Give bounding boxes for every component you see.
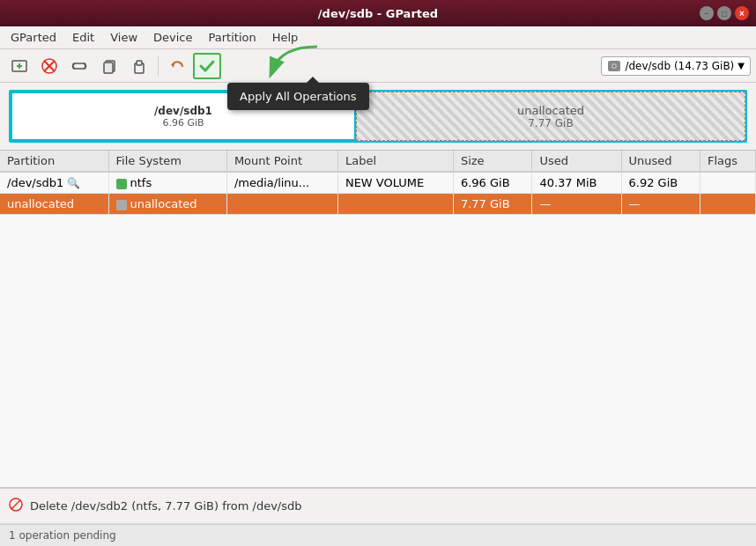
paste-button[interactable]	[125, 53, 153, 79]
col-partition: Partition	[0, 151, 108, 172]
cell-label	[337, 194, 453, 215]
apply-icon	[197, 56, 217, 76]
device-selector-label: /dev/sdb (14.73 GiB)	[625, 60, 734, 72]
close-button[interactable]: ×	[735, 6, 749, 20]
apply-button[interactable]	[193, 53, 221, 79]
cell-filesystem: unallocated	[108, 194, 226, 215]
col-size: Size	[453, 151, 532, 172]
cell-used: 40.37 MiB	[532, 172, 621, 194]
maximize-button[interactable]: □	[717, 6, 731, 20]
copy-icon	[100, 57, 118, 75]
svg-marker-15	[171, 63, 174, 68]
undo-icon	[168, 57, 186, 75]
cell-flags	[700, 194, 756, 215]
cell-mountpoint: /media/linu...	[226, 172, 337, 194]
col-filesystem: File System	[108, 151, 226, 172]
menu-edit[interactable]: Edit	[65, 29, 101, 46]
table-row[interactable]: /dev/sdb1 🔍ntfs/media/linu...NEW VOLUME6…	[0, 172, 756, 194]
title-bar: /dev/sdb - GParted − □ ×	[0, 0, 756, 26]
menu-view[interactable]: View	[103, 29, 145, 46]
disk-unalloc-size: 7.77 GiB	[528, 117, 573, 129]
svg-rect-14	[137, 61, 142, 65]
apply-tooltip: Apply All Operations	[227, 83, 369, 110]
cell-unused: —	[621, 194, 700, 215]
table-header-row: Partition File System Mount Point Label …	[0, 151, 756, 172]
menu-help[interactable]: Help	[265, 29, 306, 46]
cell-flags	[700, 172, 756, 194]
col-mountpoint: Mount Point	[226, 151, 337, 172]
operation-list: Delete /dev/sdb2 (ntfs, 7.77 GiB) from /…	[0, 489, 756, 524]
cell-label: NEW VOLUME	[337, 172, 453, 194]
resize-button[interactable]	[65, 53, 93, 79]
window-title: /dev/sdb - GParted	[318, 7, 438, 20]
cell-partition: /dev/sdb1 🔍	[0, 172, 108, 194]
device-selector-arrow: ▼	[737, 61, 745, 70]
partitions-table: Partition File System Mount Point Label …	[0, 151, 756, 215]
disk-part-sdb1-size: 6.96 GiB	[162, 117, 204, 129]
menu-partition[interactable]: Partition	[202, 29, 263, 46]
fs-color-icon	[116, 200, 127, 210]
status-text: 1 operation pending	[9, 529, 116, 542]
partition-table: Partition File System Mount Point Label …	[0, 151, 756, 487]
partition-name: /dev/sdb1	[7, 176, 63, 189]
svg-point-19	[613, 64, 616, 67]
menubar: GParted Edit View Device Partition Help	[0, 26, 756, 49]
menu-device[interactable]: Device	[146, 29, 199, 46]
paste-icon	[130, 57, 148, 75]
disk-unalloc-name: unallocated	[517, 104, 584, 117]
list-item: Delete /dev/sdb2 (ntfs, 7.77 GiB) from /…	[9, 498, 302, 515]
col-used: Used	[532, 151, 621, 172]
toolbar: /dev/sdb (14.73 GiB) ▼ Apply All Operati…	[0, 49, 756, 83]
cell-size: 7.77 GiB	[453, 194, 532, 215]
delete-icon	[41, 57, 58, 75]
disk-partition-unallocated[interactable]: unallocated 7.77 GiB	[356, 92, 745, 141]
col-flags: Flags	[700, 151, 756, 172]
main-window: GParted Edit View Device Partition Help	[0, 26, 756, 546]
resize-icon	[70, 57, 88, 75]
cell-unused: 6.92 GiB	[621, 172, 700, 194]
col-unused: Unused	[621, 151, 700, 172]
svg-rect-12	[104, 63, 113, 73]
disk-visual-area: /dev/sdb1 6.96 GiB unallocated 7.77 GiB	[0, 83, 756, 151]
cell-partition: unallocated	[0, 194, 108, 215]
toolbar-separator-1	[158, 55, 159, 77]
window-controls: − □ ×	[700, 6, 749, 20]
delete-partition-button[interactable]	[35, 53, 63, 79]
disk-part-sdb1-name: /dev/sdb1	[154, 105, 212, 117]
bottom-area: Delete /dev/sdb2 (ntfs, 7.77 GiB) from /…	[0, 487, 756, 546]
undo-button[interactable]	[163, 53, 191, 79]
cell-filesystem: ntfs	[108, 172, 226, 194]
device-selector[interactable]: /dev/sdb (14.73 GiB) ▼	[601, 56, 751, 76]
minimize-button[interactable]: −	[700, 6, 714, 20]
new-partition-icon	[11, 57, 28, 75]
delete-op-icon	[9, 498, 23, 512]
svg-line-21	[11, 500, 20, 509]
disk-icon	[607, 59, 621, 73]
tooltip-container: Apply All Operations	[227, 83, 369, 110]
op-icon	[9, 498, 23, 515]
col-label: Label	[337, 151, 453, 172]
cell-size: 6.96 GiB	[453, 172, 532, 194]
status-bar: 1 operation pending	[0, 524, 756, 546]
table-row[interactable]: unallocatedunallocated7.77 GiB——	[0, 194, 756, 215]
new-partition-button[interactable]	[5, 53, 33, 79]
copy-button[interactable]	[95, 53, 123, 79]
op-text: Delete /dev/sdb2 (ntfs, 7.77 GiB) from /…	[30, 499, 302, 513]
cell-used: —	[532, 194, 621, 215]
info-icon: 🔍	[67, 177, 80, 189]
disk-bar: /dev/sdb1 6.96 GiB unallocated 7.77 GiB	[9, 90, 747, 143]
fs-color-icon	[116, 179, 127, 189]
menu-gparted[interactable]: GParted	[4, 29, 63, 46]
cell-mountpoint	[226, 194, 337, 215]
